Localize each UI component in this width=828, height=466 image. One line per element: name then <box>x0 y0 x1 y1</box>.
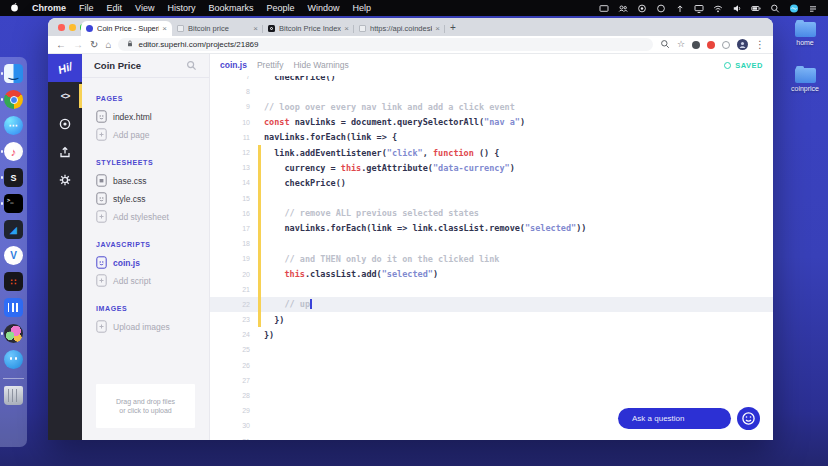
desktop-folder-home[interactable]: home <box>783 22 827 46</box>
settings-gear-icon[interactable] <box>48 166 82 194</box>
preview-eye-icon[interactable] <box>48 110 82 138</box>
code-line-13[interactable]: 13 currency = this.getAttribute("data-cu… <box>210 160 773 175</box>
code-line-25[interactable]: 25 <box>210 342 773 357</box>
code-line-10[interactable]: 10const navLinks = document.querySelecto… <box>210 115 773 130</box>
battery-icon[interactable] <box>751 3 761 14</box>
sketch-app-icon[interactable] <box>4 324 23 343</box>
code-line-23[interactable]: 23 }) <box>210 312 773 327</box>
mail-app-icon[interactable]: V <box>4 246 23 265</box>
sidebar-item-add-page[interactable]: Add page <box>96 126 209 144</box>
music-icon[interactable]: ♪ <box>4 142 23 161</box>
code-line-8[interactable]: 8 <box>210 84 773 99</box>
menu-item-people[interactable]: People <box>266 3 294 13</box>
code-line-21[interactable]: 21 <box>210 282 773 297</box>
menu-item-file[interactable]: File <box>79 3 94 13</box>
notification-list-icon[interactable] <box>808 3 818 14</box>
code-line-20[interactable]: 20 this.classList.add("selected") <box>210 266 773 281</box>
code-line-15[interactable]: 15 <box>210 191 773 206</box>
messages-icon[interactable]: ⋯ <box>4 116 23 135</box>
extension-icon[interactable] <box>692 41 700 49</box>
code-line-18[interactable]: 18 <box>210 236 773 251</box>
code-line-14[interactable]: 14 checkPrice() <box>210 175 773 190</box>
terminal-icon[interactable]: >_ <box>4 194 23 213</box>
code-app-icon[interactable]: ◢ <box>4 220 23 239</box>
profile-avatar[interactable] <box>737 39 748 50</box>
sidebar-item-coin-js[interactable]: coin.js <box>96 254 209 272</box>
forward-button[interactable]: → <box>73 40 83 50</box>
code-line-11[interactable]: 11navLinks.forEach(link => { <box>210 130 773 145</box>
menu-item-history[interactable]: History <box>167 3 195 13</box>
close-icon[interactable]: × <box>253 24 258 33</box>
chat-smiley-button[interactable] <box>737 407 760 430</box>
sidebar-item-add-stylesheet[interactable]: Add stylesheet <box>96 208 209 226</box>
code-line-22[interactable]: 22 // up <box>210 297 773 312</box>
trash-icon[interactable] <box>4 386 23 405</box>
address-bar[interactable]: editor.superhi.com/projects/21869 <box>118 38 652 51</box>
browser-tab[interactable]: Bitcoin Price Index API - Coi× <box>263 21 354 36</box>
twitter-icon[interactable] <box>4 350 23 369</box>
browser-menu-icon[interactable]: ⋮ <box>755 40 765 50</box>
finder-icon[interactable]: ‿ <box>4 64 23 83</box>
chrome-icon[interactable] <box>4 90 23 109</box>
menu-item-window[interactable]: Window <box>307 3 339 13</box>
figma-icon[interactable]: ∷ <box>4 272 23 291</box>
sidebar-item-style-css[interactable]: style.css <box>96 190 209 208</box>
new-tab-button[interactable]: + <box>445 20 461 35</box>
zoom-page-icon[interactable] <box>660 39 670 51</box>
sidebar-item-base-css[interactable]: base.css <box>96 172 209 190</box>
extension-icon[interactable] <box>722 41 730 49</box>
spotlight-icon[interactable] <box>770 3 780 14</box>
hide-warnings-button[interactable]: Hide Warnings <box>293 60 348 70</box>
upload-icon[interactable] <box>675 3 685 14</box>
contacts-icon[interactable] <box>618 3 628 14</box>
intercom-icon[interactable] <box>4 298 23 317</box>
volume-icon[interactable] <box>732 3 742 14</box>
sidebar-item-index-html[interactable]: index.html <box>96 108 209 126</box>
superhi-logo[interactable]: Hi/ <box>48 54 82 82</box>
apple-icon[interactable] <box>10 2 19 14</box>
code-line-7[interactable]: 7 checkPrice() <box>210 76 773 84</box>
close-icon[interactable]: × <box>162 24 167 33</box>
code-line-27[interactable]: 27 <box>210 373 773 388</box>
back-button[interactable]: ← <box>56 40 66 50</box>
browser-tab[interactable]: Bitcoin price× <box>172 21 263 36</box>
sidebar-item-add-script[interactable]: Add script <box>96 272 209 290</box>
prettify-button[interactable]: Prettify <box>257 60 283 70</box>
close-icon[interactable]: × <box>344 24 349 33</box>
upload-dropzone[interactable]: Drag and drop files or click to upload <box>96 384 195 428</box>
slack-icon[interactable]: S <box>4 168 23 187</box>
share-upload-icon[interactable] <box>48 138 82 166</box>
ask-question-button[interactable]: Ask a question <box>618 408 731 429</box>
close-window-button[interactable] <box>58 24 65 31</box>
reload-button[interactable]: ↻ <box>90 40 98 50</box>
sidebar-item-upload-images[interactable]: Upload images <box>96 318 209 336</box>
minimize-window-button[interactable] <box>69 24 76 31</box>
code-line-24[interactable]: 24}) <box>210 327 773 342</box>
home-button[interactable]: ⌂ <box>105 40 111 50</box>
browser-tab[interactable]: https://api.coindesk.com/v1/b× <box>354 21 445 36</box>
code-line-26[interactable]: 26 <box>210 358 773 373</box>
menu-item-chrome[interactable]: Chrome <box>32 3 66 13</box>
desktop-folder-coinprice[interactable]: coinprice <box>783 68 827 92</box>
code-line-17[interactable]: 17 navLinks.forEach(link => link.classLi… <box>210 221 773 236</box>
browser-tab[interactable]: Coin Price - SuperHi× <box>81 21 172 36</box>
code-lines[interactable]: 7 checkPrice()89// loop over every nav l… <box>210 76 773 440</box>
menu-item-edit[interactable]: Edit <box>107 3 123 13</box>
screen-mirror-icon[interactable] <box>599 3 609 14</box>
wifi-icon[interactable] <box>713 3 723 14</box>
circle-icon[interactable] <box>656 3 666 14</box>
code-line-31[interactable]: 31 <box>210 434 773 441</box>
code-line-28[interactable]: 28 <box>210 388 773 403</box>
menu-item-bookmarks[interactable]: Bookmarks <box>208 3 253 13</box>
record-icon[interactable] <box>637 3 647 14</box>
siri-icon[interactable] <box>789 3 799 14</box>
code-view-icon[interactable]: <> <box>48 82 82 110</box>
search-icon[interactable] <box>186 57 197 75</box>
bookmark-star-icon[interactable]: ☆ <box>677 40 685 49</box>
close-icon[interactable]: × <box>435 24 440 33</box>
menu-item-help[interactable]: Help <box>352 3 371 13</box>
display-icon[interactable] <box>694 3 704 14</box>
code-line-16[interactable]: 16 // remove ALL previous selected state… <box>210 206 773 221</box>
code-line-19[interactable]: 19 // and THEN only do it on the clicked… <box>210 251 773 266</box>
menu-item-view[interactable]: View <box>135 3 154 13</box>
